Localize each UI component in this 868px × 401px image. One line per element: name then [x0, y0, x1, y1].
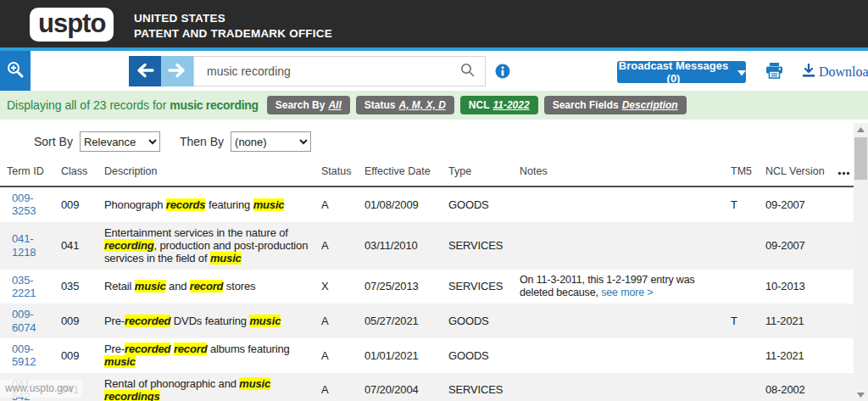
col-header-status[interactable]: Status — [314, 165, 358, 177]
highlighted-term: record — [190, 280, 224, 292]
highlighted-term: recording — [104, 239, 154, 252]
print-button[interactable] — [765, 62, 783, 81]
highlighted-term: music — [249, 315, 281, 327]
scroll-up-arrow-icon[interactable] — [854, 123, 868, 136]
description-cell: Rental of phonographic and music recordi… — [97, 373, 314, 401]
text-segment: Phonograph — [104, 198, 166, 211]
text-segment: and — [166, 280, 190, 292]
highlighted-term: music — [210, 252, 242, 265]
type-cell: SERVICES — [442, 276, 513, 297]
row-menu-cell — [828, 282, 854, 291]
notes-cell — [513, 351, 724, 359]
highlighted-term: records — [166, 198, 206, 211]
col-header-tm5[interactable]: TM5 — [724, 165, 759, 177]
ncl-version-cell: 08-2002 — [759, 379, 828, 400]
col-header-type[interactable]: Type — [442, 165, 513, 177]
results-message: Displaying all of 23 records for — [7, 98, 166, 112]
then-by-select[interactable]: (none) — [231, 131, 311, 152]
class-cell: 009 — [54, 345, 97, 366]
col-header-term-id[interactable]: Term ID — [0, 165, 54, 177]
download-icon — [802, 64, 815, 81]
text-segment: featuring — [205, 198, 253, 211]
agency-name: UNITED STATES PATENT AND TRADEMARK OFFIC… — [134, 11, 332, 41]
back-button[interactable] — [129, 56, 161, 86]
status-cell: A — [314, 194, 358, 215]
agency-line1: UNITED STATES — [134, 11, 332, 26]
forward-arrow-icon — [167, 62, 187, 81]
scrollbar-thumb[interactable] — [854, 137, 867, 180]
term-id-link[interactable]: 009-3253 — [12, 192, 42, 218]
term-id-cell: 009-3253 — [0, 187, 54, 222]
description-cell: Entertainment services in the nature of … — [97, 222, 314, 270]
filter-pill-value: All — [328, 99, 341, 111]
filter-pill-status[interactable]: StatusA, M, X, D — [356, 96, 454, 114]
ncl-version-cell: 10-2013 — [759, 276, 828, 297]
term-id-link[interactable]: 009-5912 — [12, 343, 42, 369]
link-url-statusbar: www.uspto.gov — [0, 380, 82, 398]
info-icon[interactable] — [495, 64, 510, 82]
search-toolbar: Broadcast Messages (0) Download — [0, 51, 868, 91]
col-header-ncl-version[interactable]: NCL Version — [759, 165, 828, 177]
term-id-link[interactable]: 009-6074 — [12, 308, 42, 334]
highlighted-term: music — [135, 280, 166, 292]
zoom-search-button[interactable] — [0, 51, 31, 91]
agency-line2: PATENT AND TRADEMARK OFFICE — [134, 26, 332, 42]
term-id-cell: 041-1218 — [0, 228, 54, 263]
term-id-cell: 035-2221 — [0, 270, 54, 304]
effective-date-cell: 01/08/2009 — [358, 194, 442, 215]
notes-cell — [513, 200, 724, 209]
tm5-cell — [724, 242, 759, 250]
text-segment: Rental of phonographic and — [104, 377, 239, 390]
status-cell: A — [314, 345, 358, 366]
highlighted-term: record — [174, 343, 208, 355]
highlighted-term: recordings — [104, 390, 160, 401]
download-link[interactable]: Download — [802, 64, 868, 81]
col-header-description[interactable]: Description — [97, 165, 314, 177]
row-menu-cell — [828, 317, 854, 326]
scroll-down-arrow-icon[interactable] — [854, 388, 868, 401]
term-id-link[interactable]: 041-1218 — [12, 232, 42, 259]
see-more-link[interactable]: see more > — [601, 287, 653, 298]
sort-by-label: Sort By — [34, 135, 73, 148]
effective-date-cell: 07/25/2013 — [358, 276, 442, 297]
status-cell: A — [314, 379, 358, 400]
class-cell: 035 — [54, 276, 97, 297]
notes-cell — [513, 242, 724, 250]
table-row: 009-3253009Phonograph records featuring … — [0, 187, 854, 222]
col-header-notes[interactable]: Notes — [513, 165, 724, 177]
filter-pills: Search ByAllStatusA, M, X, DNCL11-2022Se… — [267, 96, 687, 114]
search-icon[interactable] — [460, 63, 475, 81]
effective-date-cell: 07/20/2004 — [358, 379, 442, 400]
table-body: 009-3253009Phonograph records featuring … — [0, 187, 868, 401]
results-query: music recording — [170, 98, 258, 112]
ellipsis-menu-icon — [837, 164, 850, 179]
text-segment: stores — [223, 280, 255, 292]
text-segment: DVDs featuring — [170, 315, 249, 327]
filter-pill-ncl[interactable]: NCL11-2022 — [460, 96, 538, 114]
term-id-link[interactable]: 035-2221 — [12, 274, 42, 300]
broadcast-messages-button[interactable]: Broadcast Messages (0) — [617, 61, 746, 83]
forward-button[interactable] — [161, 56, 193, 86]
highlighted-term: music — [239, 377, 270, 390]
results-status-bar: Displaying all of 23 records for music r… — [0, 91, 868, 120]
search-input[interactable] — [194, 64, 460, 78]
description-cell: Retail music and record stores — [97, 276, 314, 297]
type-cell: SERVICES — [442, 235, 513, 256]
table-header: Term ID Class Description Status Effecti… — [0, 164, 854, 187]
uspto-logo: uspto — [30, 8, 114, 42]
class-cell: 009 — [54, 194, 97, 215]
status-cell: X — [314, 276, 358, 297]
table-row: 041-542041Rental of phonographic and mus… — [0, 373, 854, 401]
effective-date-cell: 01/01/2021 — [358, 345, 442, 366]
col-header-class[interactable]: Class — [54, 165, 97, 177]
sort-by-select[interactable]: Relevance — [80, 131, 160, 152]
back-arrow-icon — [135, 62, 155, 81]
text-segment: Retail — [104, 280, 135, 292]
col-header-effective-date[interactable]: Effective Date — [358, 165, 442, 177]
app-header: uspto UNITED STATES PATENT AND TRADEMARK… — [0, 0, 868, 51]
filter-pill-search-fields[interactable]: Search FieldsDescription — [544, 96, 687, 114]
more-columns-button[interactable] — [828, 164, 854, 179]
vertical-scrollbar[interactable] — [854, 123, 868, 401]
uspto-logo-text: uspto — [38, 8, 105, 38]
filter-pill-search-by[interactable]: Search ByAll — [267, 96, 350, 114]
